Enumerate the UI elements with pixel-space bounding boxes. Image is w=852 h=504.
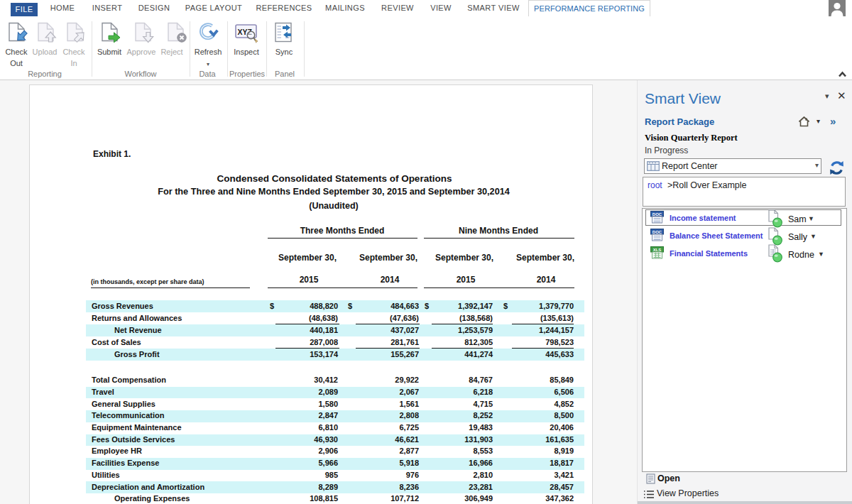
svg-text:XLS: XLS [653, 248, 662, 252]
svg-text:DOC: DOC [652, 230, 662, 234]
svg-text:DOC: DOC [652, 212, 662, 217]
